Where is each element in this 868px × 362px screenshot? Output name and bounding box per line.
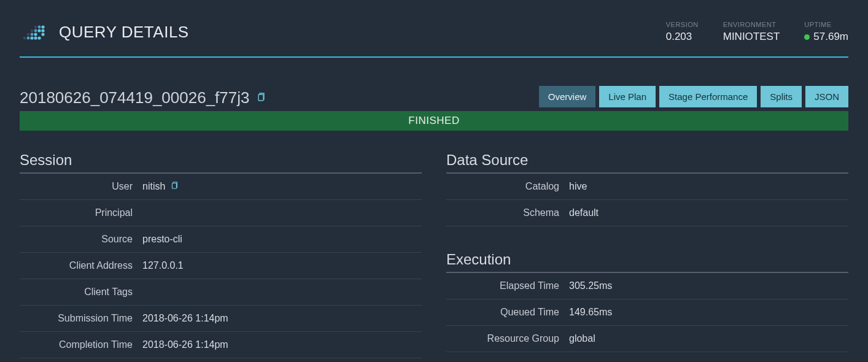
completion-time-value: 2018-06-26 1:14pm bbox=[142, 338, 228, 352]
tab-splits[interactable]: Splits bbox=[761, 86, 802, 107]
page-title: QUERY DETAILS bbox=[59, 23, 189, 42]
data-source-title: Data Source bbox=[446, 152, 848, 174]
queued-time-value: 149.65ms bbox=[569, 306, 612, 319]
stat-version-label: VERSION bbox=[666, 21, 699, 28]
header-stats: VERSION 0.203 ENVIRONMENT MINIOTEST UPTI… bbox=[666, 21, 848, 43]
user-value: nitish bbox=[142, 180, 179, 193]
copy-icon[interactable] bbox=[256, 92, 266, 104]
row-principal: Principal bbox=[20, 200, 422, 226]
stat-version-value: 0.203 bbox=[666, 31, 699, 43]
query-header-row: 20180626_074419_00026_f77j3 Overview Liv… bbox=[20, 86, 848, 107]
stat-uptime: UPTIME 57.69m bbox=[804, 21, 848, 43]
row-client-tags: Client Tags bbox=[20, 279, 422, 306]
row-elapsed-time: Elapsed Time 305.25ms bbox=[446, 273, 848, 299]
resource-group-label: Resource Group bbox=[446, 333, 569, 344]
row-user: User nitish bbox=[20, 174, 422, 200]
catalog-label: Catalog bbox=[446, 181, 569, 192]
svg-point-0 bbox=[23, 37, 26, 39]
submission-time-label: Submission Time bbox=[20, 313, 142, 324]
execution-title: Execution bbox=[446, 251, 848, 273]
svg-point-4 bbox=[27, 37, 30, 40]
source-label: Source bbox=[20, 234, 142, 245]
query-id: 20180626_074419_00026_f77j3 bbox=[20, 88, 266, 107]
client-tags-label: Client Tags bbox=[20, 287, 142, 298]
svg-point-14 bbox=[37, 36, 41, 39]
submission-time-value: 2018-06-26 1:14pm bbox=[142, 312, 228, 325]
svg-point-6 bbox=[34, 29, 37, 33]
tab-overview[interactable]: Overview bbox=[539, 86, 596, 107]
svg-point-13 bbox=[41, 33, 44, 36]
svg-point-3 bbox=[34, 26, 37, 28]
copy-icon[interactable] bbox=[170, 181, 179, 192]
client-address-value: 127.0.0.1 bbox=[142, 259, 184, 272]
svg-point-12 bbox=[41, 29, 44, 32]
row-completion-time: Completion Time 2018-06-26 1:14pm bbox=[20, 332, 422, 358]
svg-point-15 bbox=[34, 36, 37, 39]
status-badge: FINISHED bbox=[20, 111, 848, 131]
svg-rect-17 bbox=[172, 183, 177, 189]
svg-point-10 bbox=[37, 29, 41, 32]
query-id-text: 20180626_074419_00026_f77j3 bbox=[20, 88, 250, 107]
elapsed-time-value: 305.25ms bbox=[569, 279, 612, 293]
row-resource-group: Resource Group global bbox=[446, 326, 848, 352]
user-value-text: nitish bbox=[142, 181, 165, 192]
row-client-address: Client Address 127.0.0.1 bbox=[20, 253, 422, 279]
svg-point-5 bbox=[31, 33, 34, 36]
page-header: QUERY DETAILS VERSION 0.203 ENVIRONMENT … bbox=[20, 0, 848, 58]
tab-json[interactable]: JSON bbox=[805, 86, 848, 107]
stat-version: VERSION 0.203 bbox=[666, 21, 699, 43]
uptime-text: 57.69m bbox=[813, 31, 848, 43]
session-title: Session bbox=[20, 152, 422, 174]
presto-logo-icon bbox=[20, 21, 48, 43]
user-label: User bbox=[20, 181, 142, 192]
row-submission-time: Submission Time 2018-06-26 1:14pm bbox=[20, 306, 422, 332]
row-catalog: Catalog hive bbox=[446, 174, 848, 200]
uptime-status-dot-icon bbox=[804, 34, 810, 40]
svg-point-11 bbox=[41, 25, 44, 28]
col-right: Data Source Catalog hive Schema default … bbox=[446, 152, 848, 358]
content-columns: Session User nitish Principal bbox=[20, 152, 848, 358]
header-left: QUERY DETAILS bbox=[20, 21, 189, 43]
row-source: Source presto-cli bbox=[20, 226, 422, 253]
row-queued-time: Queued Time 149.65ms bbox=[446, 299, 848, 326]
col-left: Session User nitish Principal bbox=[20, 152, 422, 358]
tabs: Overview Live Plan Stage Performance Spl… bbox=[539, 86, 848, 107]
tab-live-plan[interactable]: Live Plan bbox=[599, 86, 656, 107]
principal-label: Principal bbox=[20, 207, 142, 218]
catalog-value: hive bbox=[569, 180, 587, 193]
stat-environment: ENVIRONMENT MINIOTEST bbox=[723, 21, 780, 43]
tab-stage-performance[interactable]: Stage Performance bbox=[659, 86, 757, 107]
stat-uptime-value: 57.69m bbox=[804, 31, 848, 43]
svg-rect-16 bbox=[258, 94, 263, 101]
stat-environment-label: ENVIRONMENT bbox=[723, 21, 780, 28]
svg-point-9 bbox=[34, 33, 37, 36]
stat-uptime-label: UPTIME bbox=[804, 21, 848, 28]
completion-time-label: Completion Time bbox=[20, 339, 142, 350]
svg-point-8 bbox=[30, 36, 33, 39]
schema-value: default bbox=[569, 206, 599, 220]
client-address-label: Client Address bbox=[20, 260, 142, 271]
elapsed-time-label: Elapsed Time bbox=[446, 280, 569, 291]
queued-time-label: Queued Time bbox=[446, 307, 569, 318]
svg-point-1 bbox=[27, 33, 29, 36]
resource-group-value: global bbox=[569, 332, 595, 345]
schema-label: Schema bbox=[446, 207, 569, 218]
source-value: presto-cli bbox=[142, 233, 182, 246]
svg-point-7 bbox=[38, 26, 41, 29]
svg-point-2 bbox=[31, 29, 33, 32]
stat-environment-value: MINIOTEST bbox=[723, 31, 780, 43]
row-schema: Schema default bbox=[446, 200, 848, 226]
